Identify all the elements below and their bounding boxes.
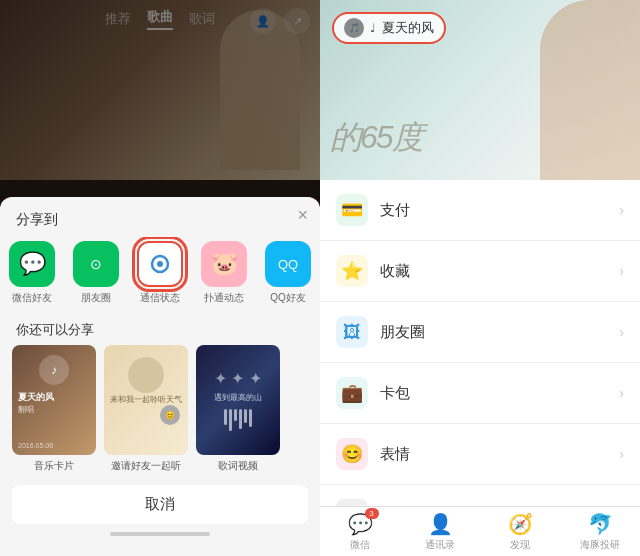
song-badge-avatar: 🎵 <box>344 18 364 38</box>
share-title: 分享到 <box>0 197 320 237</box>
moments-chevron: › <box>619 324 624 340</box>
menu-item-favorites[interactable]: ⭐ 收藏 › <box>320 241 640 302</box>
profile-nav-label: 海豚投研 <box>580 538 620 552</box>
discover-nav-icon: 🧭 <box>508 512 533 536</box>
moments-menu-label: 朋友圈 <box>380 323 619 342</box>
wechat-nav-icon: 💬 3 <box>348 512 373 536</box>
wallet-icon: 💼 <box>336 377 368 409</box>
nav-contacts[interactable]: 👤 通讯录 <box>400 512 480 552</box>
music-card-title: 夏天的风 <box>18 391 90 404</box>
profile-nav-icon: 🐬 <box>588 512 613 536</box>
qq-label: QQ好友 <box>270 291 306 305</box>
wechat-badge: 3 <box>365 508 379 519</box>
right-header: 的65度 🎵 ♩ 夏天的风 <box>320 0 640 180</box>
contacts-nav-label: 通讯录 <box>425 538 455 552</box>
moments-menu-icon: 🖼 <box>336 316 368 348</box>
video-card-wrapper[interactable]: ✦ ✦ ✦ 遇到最高的山 歌词视频 <box>196 345 280 473</box>
payment-label: 支付 <box>380 201 619 220</box>
right-panel: 的65度 🎵 ♩ 夏天的风 💳 支付 › ⭐ 收藏 › 🖼 朋友圈 › 💼 卡包… <box>320 0 640 556</box>
video-waveform <box>224 409 252 431</box>
song-note-icon: ♩ <box>370 21 376 35</box>
cancel-button[interactable]: 取消 <box>12 485 308 524</box>
emoticons-chevron: › <box>619 446 624 462</box>
share-status[interactable]: 通信状态 <box>128 241 192 305</box>
share-icons-row: 💬 微信好友 ⊙ 朋友圈 通信状态 🐷 扑通动态 <box>0 237 320 313</box>
share-moments[interactable]: ⊙ 朋友圈 <box>64 241 128 305</box>
penguin-label: 扑通动态 <box>204 291 244 305</box>
music-card-date: 2016.05.06 <box>18 442 90 449</box>
moments-label: 朋友圈 <box>81 291 111 305</box>
close-button[interactable]: × <box>297 205 308 226</box>
status-label: 通信状态 <box>140 291 180 305</box>
settings-icon: ⚙ <box>336 499 368 506</box>
menu-item-settings[interactable]: ⚙ 设置 › <box>320 485 640 506</box>
invite-card[interactable]: 😊 来和我一起聆听天气 <box>104 345 188 455</box>
nav-wechat[interactable]: 💬 3 微信 <box>320 512 400 552</box>
song-badge[interactable]: 🎵 ♩ 夏天的风 <box>332 12 446 44</box>
invite-card-label: 邀请好友一起听 <box>109 455 183 473</box>
video-text: 遇到最高的山 <box>214 392 262 403</box>
music-card-wrapper[interactable]: ♪ 夏天的风 翻唱 2016.05.06 音乐卡片 <box>12 345 96 473</box>
penguin-icon: 🐷 <box>201 241 247 287</box>
share-wechat-friend[interactable]: 💬 微信好友 <box>0 241 64 305</box>
emoticons-icon: 😊 <box>336 438 368 470</box>
status-icon <box>137 241 183 287</box>
video-stars: ✦ ✦ ✦ <box>214 369 262 388</box>
invite-emoji: 😊 <box>160 405 180 425</box>
wallet-label: 卡包 <box>380 384 619 403</box>
payment-icon: 💳 <box>336 194 368 226</box>
right-bg-figure <box>540 0 640 180</box>
share-qq[interactable]: QQ QQ好友 <box>256 241 320 305</box>
menu-list: 💳 支付 › ⭐ 收藏 › 🖼 朋友圈 › 💼 卡包 › 😊 表情 › ⚙ 设置… <box>320 180 640 506</box>
discover-nav-label: 发现 <box>510 538 530 552</box>
left-panel: 推荐 歌曲 歌词 👤 ↗ × 分享到 💬 微信好友 ⊙ 朋友圈 <box>0 0 320 556</box>
music-card-avatar: ♪ <box>39 355 69 385</box>
wechat-nav-label: 微信 <box>350 538 370 552</box>
song-badge-name: 夏天的风 <box>382 19 434 37</box>
video-card[interactable]: ✦ ✦ ✦ 遇到最高的山 <box>196 345 280 455</box>
share-cards-row: ♪ 夏天的风 翻唱 2016.05.06 音乐卡片 😊 来和我一起聆听天气 邀请… <box>0 345 320 481</box>
favorites-label: 收藏 <box>380 262 619 281</box>
emoticons-label: 表情 <box>380 445 619 464</box>
bottom-nav: 💬 3 微信 👤 通讯录 🧭 发现 🐬 海豚投研 <box>320 506 640 556</box>
music-card-artist: 翻唱 <box>18 404 90 415</box>
bottom-indicator <box>110 532 210 536</box>
wechat-icon: 💬 <box>9 241 55 287</box>
invite-card-wrapper[interactable]: 😊 来和我一起聆听天气 邀请好友一起听 <box>104 345 188 473</box>
contacts-nav-icon: 👤 <box>428 512 453 536</box>
favorites-chevron: › <box>619 263 624 279</box>
invite-text: 来和我一起聆听天气 <box>110 395 182 405</box>
invite-robot-icon <box>128 357 164 393</box>
moments-icon: ⊙ <box>73 241 119 287</box>
nav-discover[interactable]: 🧭 发现 <box>480 512 560 552</box>
nav-profile[interactable]: 🐬 海豚投研 <box>560 512 640 552</box>
video-card-label: 歌词视频 <box>216 455 260 473</box>
menu-item-payment[interactable]: 💳 支付 › <box>320 180 640 241</box>
also-share-title: 你还可以分享 <box>0 313 320 345</box>
menu-item-wallet[interactable]: 💼 卡包 › <box>320 363 640 424</box>
qq-icon: QQ <box>265 241 311 287</box>
wechat-label: 微信好友 <box>12 291 52 305</box>
music-card-label: 音乐卡片 <box>32 455 76 473</box>
right-bg-text: 的65度 <box>330 116 422 160</box>
share-penguin[interactable]: 🐷 扑通动态 <box>192 241 256 305</box>
share-sheet: × 分享到 💬 微信好友 ⊙ 朋友圈 通信状态 <box>0 197 320 556</box>
menu-item-emoticons[interactable]: 😊 表情 › <box>320 424 640 485</box>
favorites-icon: ⭐ <box>336 255 368 287</box>
wallet-chevron: › <box>619 385 624 401</box>
svg-point-1 <box>157 261 163 267</box>
music-card[interactable]: ♪ 夏天的风 翻唱 2016.05.06 <box>12 345 96 455</box>
payment-chevron: › <box>619 202 624 218</box>
menu-item-moments[interactable]: 🖼 朋友圈 › <box>320 302 640 363</box>
